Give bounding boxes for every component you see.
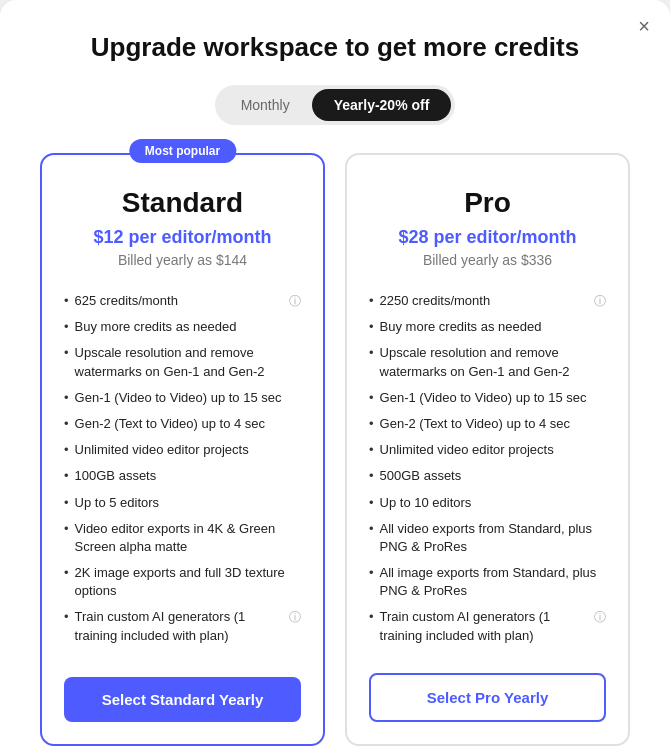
- feature-text: Upscale resolution and remove watermarks…: [380, 344, 606, 380]
- feature-text: Up to 10 editors: [380, 494, 606, 512]
- feature-text: 625 credits/month: [75, 292, 289, 310]
- feature-text: Upscale resolution and remove watermarks…: [75, 344, 301, 380]
- feature-item: 500GB assets: [369, 463, 606, 489]
- feature-text: Unlimited video editor projects: [380, 441, 606, 459]
- plan-price: $12 per editor/month: [64, 227, 301, 248]
- plan-billed: Billed yearly as $336: [369, 252, 606, 268]
- close-button[interactable]: ×: [638, 16, 650, 36]
- feature-item: Train custom AI generators (1 training i…: [369, 604, 606, 648]
- feature-item: 100GB assets: [64, 463, 301, 489]
- plans-container: Most popular Standard $12 per editor/mon…: [40, 153, 630, 746]
- plan-card-pro: Pro $28 per editor/month Billed yearly a…: [345, 153, 630, 746]
- feature-item: All image exports from Standard, plus PN…: [369, 560, 606, 604]
- feature-item: Gen-2 (Text to Video) up to 4 sec: [64, 411, 301, 437]
- feature-item: Up to 10 editors: [369, 490, 606, 516]
- feature-item: 625 credits/month ⓘ: [64, 288, 301, 314]
- monthly-toggle-button[interactable]: Monthly: [219, 89, 312, 121]
- feature-text: 2K image exports and full 3D texture opt…: [75, 564, 301, 600]
- billing-toggle-row: Monthly Yearly-20% off: [40, 85, 630, 125]
- feature-text: Video editor exports in 4K & Green Scree…: [75, 520, 301, 556]
- plan-card-standard: Most popular Standard $12 per editor/mon…: [40, 153, 325, 746]
- feature-text: Buy more credits as needed: [75, 318, 301, 336]
- most-popular-badge: Most popular: [129, 139, 236, 163]
- feature-item: Unlimited video editor projects: [369, 437, 606, 463]
- feature-item: Gen-1 (Video to Video) up to 15 sec: [369, 385, 606, 411]
- features-list: 625 credits/month ⓘ Buy more credits as …: [64, 288, 301, 653]
- feature-text: 500GB assets: [380, 467, 606, 485]
- feature-text: All image exports from Standard, plus PN…: [380, 564, 606, 600]
- feature-text: Gen-2 (Text to Video) up to 4 sec: [380, 415, 606, 433]
- info-icon: ⓘ: [289, 609, 301, 626]
- feature-text: 2250 credits/month: [380, 292, 594, 310]
- feature-text: Gen-1 (Video to Video) up to 15 sec: [75, 389, 301, 407]
- modal-title: Upgrade workspace to get more credits: [40, 32, 630, 63]
- feature-text: Train custom AI generators (1 training i…: [75, 608, 289, 644]
- select-plan-button-standard[interactable]: Select Standard Yearly: [64, 677, 301, 722]
- yearly-toggle-button[interactable]: Yearly-20% off: [312, 89, 452, 121]
- billing-toggle: Monthly Yearly-20% off: [215, 85, 456, 125]
- feature-text: Gen-2 (Text to Video) up to 4 sec: [75, 415, 301, 433]
- feature-item: Video editor exports in 4K & Green Scree…: [64, 516, 301, 560]
- feature-item: Buy more credits as needed: [64, 314, 301, 340]
- plan-billed: Billed yearly as $144: [64, 252, 301, 268]
- features-list: 2250 credits/month ⓘ Buy more credits as…: [369, 288, 606, 649]
- info-icon: ⓘ: [594, 293, 606, 310]
- feature-text: Gen-1 (Video to Video) up to 15 sec: [380, 389, 606, 407]
- plan-name: Pro: [369, 187, 606, 219]
- select-plan-button-pro[interactable]: Select Pro Yearly: [369, 673, 606, 722]
- feature-text: Buy more credits as needed: [380, 318, 606, 336]
- feature-item: All video exports from Standard, plus PN…: [369, 516, 606, 560]
- info-icon: ⓘ: [594, 609, 606, 626]
- feature-text: 100GB assets: [75, 467, 301, 485]
- feature-item: Up to 5 editors: [64, 490, 301, 516]
- feature-item: Upscale resolution and remove watermarks…: [64, 340, 301, 384]
- feature-item: 2250 credits/month ⓘ: [369, 288, 606, 314]
- plan-price: $28 per editor/month: [369, 227, 606, 248]
- feature-item: Gen-2 (Text to Video) up to 4 sec: [369, 411, 606, 437]
- feature-item: Buy more credits as needed: [369, 314, 606, 340]
- info-icon: ⓘ: [289, 293, 301, 310]
- plan-name: Standard: [64, 187, 301, 219]
- feature-text: Up to 5 editors: [75, 494, 301, 512]
- feature-item: Train custom AI generators (1 training i…: [64, 604, 301, 648]
- feature-text: Unlimited video editor projects: [75, 441, 301, 459]
- upgrade-modal: × Upgrade workspace to get more credits …: [0, 0, 670, 746]
- feature-item: Upscale resolution and remove watermarks…: [369, 340, 606, 384]
- feature-item: Gen-1 (Video to Video) up to 15 sec: [64, 385, 301, 411]
- feature-text: Train custom AI generators (1 training i…: [380, 608, 594, 644]
- feature-text: All video exports from Standard, plus PN…: [380, 520, 606, 556]
- feature-item: 2K image exports and full 3D texture opt…: [64, 560, 301, 604]
- feature-item: Unlimited video editor projects: [64, 437, 301, 463]
